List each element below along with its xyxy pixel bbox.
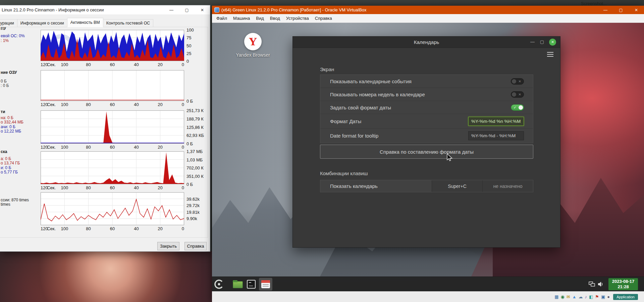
metric-label-fragment: и: 0 Б — [1, 165, 11, 170]
y-axis-label: 50 — [186, 43, 191, 48]
time-axis: 120Сек.100806040200 — [41, 226, 184, 232]
setting-label: Показывать календарные события — [330, 79, 511, 84]
dialog-titlebar[interactable]: Календарь — ▢ ✕ — [293, 37, 560, 48]
cross-icon: ✕ — [519, 92, 521, 97]
network-icon[interactable] — [588, 282, 596, 287]
status-icon[interactable]: ▲ — [572, 295, 577, 299]
x-axis-label: 0 — [182, 226, 184, 231]
menu-launcher-icon[interactable] — [213, 279, 225, 290]
shortcut-unassigned[interactable]: не назначено — [482, 180, 533, 192]
calendar-glyph-icon — [261, 280, 270, 288]
tab-vm-activity[interactable]: Активность ВМ — [67, 18, 103, 27]
status-icon[interactable]: ☁ — [579, 295, 583, 299]
x-axis-label: 40 — [134, 62, 139, 67]
clock-date: 2023-08-17 — [612, 279, 635, 284]
x-axis-label: 20 — [158, 226, 162, 231]
menubar-item[interactable]: Файл — [213, 14, 230, 22]
setting-label: Формат Даты — [330, 118, 468, 124]
close-dialog-button[interactable]: Закрыть — [157, 242, 179, 250]
status-icon[interactable]: ♪ — [585, 295, 587, 299]
maximize-button[interactable]: ▢ — [540, 39, 544, 44]
close-button[interactable]: ✕ — [629, 6, 644, 14]
maximize-button[interactable]: ▢ — [613, 6, 629, 14]
status-icon[interactable]: ✉ — [567, 295, 570, 299]
y-axis-label: 702,00 К — [186, 165, 204, 170]
shortcut-binding[interactable]: Super+C — [432, 180, 482, 192]
menubar-item[interactable]: Машина — [230, 14, 253, 22]
shortcut-label: Показать календарь — [320, 183, 432, 189]
x-axis-label: 80 — [86, 185, 91, 190]
virtualbox-window: (x64) Green Linux 21.2.0 Pro Cinnamon [Р… — [212, 6, 644, 302]
menubar-item[interactable]: Вид — [253, 14, 267, 22]
time-axis: 120Сек.100806040200 — [41, 145, 184, 150]
x-axis-label: 80 — [86, 226, 91, 231]
status-icon[interactable]: ▦ — [554, 295, 558, 299]
x-axis-label: 100 — [61, 102, 68, 107]
x-axis-label: 20 — [158, 62, 162, 67]
section-header-screen: Экран — [320, 66, 334, 72]
screen: Screenshot... Linux 21.2.0 Pro Cinnamon … — [0, 0, 644, 302]
activity-graphs-area: 1007550250120Сек.1008060402000 Б120Сек.1… — [0, 5, 210, 251]
x-axis-label: 0 — [182, 145, 184, 150]
time-axis: 120Сек.100806040200 — [41, 62, 184, 67]
virtualbox-menubar: ФайлМашинаВидВводУстройстваСправка — [212, 14, 644, 23]
toggle-custom-date-format[interactable]: ✓ — [511, 104, 524, 111]
desktop-icon-yandex-browser[interactable]: Y Yandex Browser — [233, 33, 273, 58]
x-axis-label: 60 — [110, 226, 115, 231]
date-format-help-button[interactable]: Справка по составлению формата даты — [320, 145, 533, 159]
status-icon[interactable]: ▣ — [601, 295, 605, 299]
yandex-letter: Y — [249, 35, 257, 48]
menu-icon[interactable] — [547, 52, 553, 57]
toggle-week-numbers[interactable]: ✕ — [511, 91, 524, 98]
calendar-app-icon[interactable] — [259, 278, 272, 291]
tab-guest-os-control[interactable]: Контроль гостевой ОС — [103, 19, 153, 27]
minimize-button[interactable]: — — [530, 39, 535, 44]
host-desktop-icon-label[interactable]: Screenshot... — [581, 1, 607, 6]
virtualbox-titlebar[interactable]: (x64) Green Linux 21.2.0 Pro Cinnamon [Р… — [212, 6, 644, 14]
x-axis-label: Сек. — [47, 226, 56, 231]
close-button[interactable]: ✕ — [549, 39, 556, 46]
close-icon: ✕ — [551, 40, 554, 44]
tab-session-information[interactable]: Информация о сессии — [17, 19, 67, 27]
tab-configuration[interactable]: гурации — [0, 19, 17, 27]
metric-label-fragment: ти — [1, 109, 5, 114]
terminal-icon[interactable] — [247, 280, 256, 289]
statusbar-icons: ▦◉✉▲☁♪◧⚑▣● — [552, 295, 610, 299]
cross-icon: ✕ — [519, 79, 521, 84]
virtualbox-window-title: (x64) Green Linux 21.2.0 Pro Cinnamon [Р… — [221, 7, 598, 12]
metric-label-fragment: ние ОЗУ — [1, 70, 17, 75]
activity-graph-disk — [41, 151, 184, 184]
minimize-button[interactable]: — — [598, 6, 613, 14]
metric-label-fragment: а: 0 Б — [1, 156, 11, 161]
metric-label-fragment: о 12,22 МБ — [1, 129, 21, 134]
menubar-item[interactable]: Справка — [312, 14, 335, 22]
x-axis-label: 0 — [182, 185, 184, 190]
clock-applet[interactable]: 2023-08-17 21:28 — [608, 278, 638, 290]
setting-row-week-numbers: Показывать номера недель в календаре ✕ — [320, 88, 533, 101]
date-format-input[interactable] — [468, 117, 524, 126]
help-dialog-button[interactable]: Справка — [184, 242, 207, 250]
x-axis-label: 40 — [134, 102, 139, 107]
menubar-item[interactable]: Ввод — [267, 14, 283, 22]
host-wallpaper — [0, 251, 213, 302]
x-axis-label: 100 — [61, 226, 68, 231]
menubar-item[interactable]: Устройства — [283, 14, 312, 22]
status-icon[interactable]: ◧ — [589, 295, 593, 299]
metric-label-fragment: 0 Б — [1, 79, 7, 84]
status-icon[interactable]: ● — [607, 295, 610, 299]
volume-icon[interactable] — [596, 282, 605, 287]
toggle-show-events[interactable]: ✕ — [511, 78, 524, 85]
x-axis-label: 60 — [110, 145, 115, 150]
metric-label-fragment: times — [1, 202, 10, 207]
file-manager-icon[interactable] — [233, 280, 243, 288]
tooltip-format-input[interactable] — [468, 131, 524, 140]
status-icon[interactable]: ⚑ — [595, 295, 599, 299]
setting-label: Date format for tooltip — [330, 133, 468, 139]
status-icon[interactable]: ◉ — [560, 295, 564, 299]
x-axis-label: Сек. — [47, 185, 56, 190]
time-axis: 120Сек.100806040200 — [41, 102, 184, 107]
metric-label-fragment: : 0 Б — [1, 83, 9, 88]
y-axis-label: 39.62k — [186, 197, 200, 202]
x-axis-label: 80 — [86, 62, 91, 67]
x-axis-label: 0 — [182, 102, 184, 107]
